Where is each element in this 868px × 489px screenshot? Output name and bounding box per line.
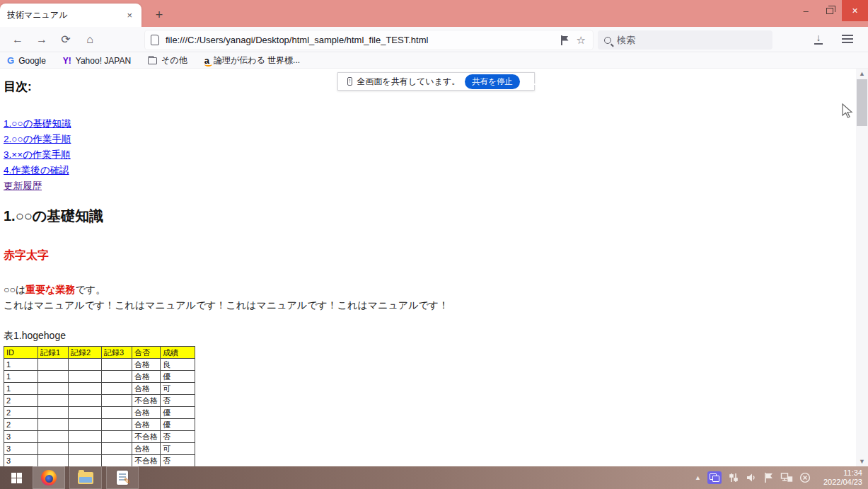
result-table: ID 記録1 記録2 記録3 合否 成績 1合格良 1合格優 1合格可 2不合格… — [4, 346, 195, 466]
taskbar-explorer-button[interactable] — [69, 466, 102, 489]
col-header: 記録1 — [38, 347, 69, 359]
red-bold-heading: 赤字太字 — [4, 248, 847, 263]
para-text: です。 — [76, 284, 106, 295]
restore-icon — [826, 8, 833, 14]
cell — [69, 443, 102, 455]
search-field[interactable]: 検索 — [598, 30, 772, 50]
notepad-icon — [117, 471, 128, 485]
table-caption: 表1.hogehoge — [4, 330, 847, 343]
cell — [102, 371, 132, 383]
tab-title: 技術マニュアル — [7, 9, 125, 21]
bookmark-yahoo-japan[interactable]: Y! Yahoo! JAPAN — [63, 56, 131, 66]
page-content: ↑ 全画面を共有しています。 共有を停止 目次: 1.○○の基礎知識 2.○○の… — [0, 69, 868, 466]
yahoo-icon: Y! — [63, 56, 71, 66]
search-icon — [604, 37, 611, 44]
browser-tab[interactable]: 技術マニュアル × — [0, 4, 141, 27]
downloads-icon[interactable]: ↓ — [812, 33, 825, 45]
toc-link-2[interactable]: 2.○○の作業手順 — [4, 132, 847, 147]
vertical-scrollbar[interactable]: ▲ ▼ — [856, 69, 868, 466]
bookmark-amazon-page[interactable]: a 論理が伝わる 世界標... — [204, 54, 300, 67]
bookmark-google[interactable]: G Google — [7, 55, 46, 66]
table-row: 1合格良 — [4, 359, 195, 371]
bookmark-star-icon[interactable]: ☆ — [577, 34, 586, 47]
address-bar[interactable]: file:///C:/Users/yanagi/Desktop/html_sam… — [145, 30, 593, 50]
taskbar: ▲ 11:34 2022/04/23 — [0, 466, 868, 489]
tab-close-icon[interactable]: × — [125, 10, 134, 21]
cell: 合格 — [132, 407, 161, 419]
scrollbar-thumb[interactable] — [857, 79, 867, 126]
url-text[interactable]: file:///C:/Users/yanagi/Desktop/html_sam… — [166, 35, 558, 45]
cell: 合格 — [132, 383, 161, 395]
cell: 合格 — [132, 419, 161, 431]
bookmark-folder-other[interactable]: その他 — [148, 54, 187, 67]
screen-share-banner: ↑ 全画面を共有しています。 共有を停止 — [337, 72, 535, 91]
page-icon — [151, 35, 159, 45]
taskbar-notepad-button[interactable] — [106, 466, 139, 489]
back-button[interactable]: ← — [8, 31, 27, 48]
settings-sliders-icon[interactable] — [728, 472, 739, 483]
reload-button[interactable]: ⟳ — [57, 31, 75, 48]
firefox-icon — [41, 470, 57, 485]
clock-time: 11:34 — [817, 468, 862, 478]
window-close-button[interactable]: × — [842, 0, 868, 21]
scroll-down-icon[interactable]: ▼ — [856, 456, 868, 466]
circle-x-tray-icon[interactable] — [799, 472, 811, 483]
toc-link-1[interactable]: 1.○○の基礎知識 — [4, 116, 847, 132]
home-button[interactable]: ⌂ — [81, 31, 99, 48]
taskbar-clock[interactable]: 11:34 2022/04/23 — [817, 468, 862, 487]
cell — [69, 455, 102, 467]
para-text-line2: これはマニュアルです！これはマニュアルです！これはマニュアルです！これはマニュア… — [4, 299, 449, 311]
table-row: 3合格可 — [4, 443, 195, 455]
screen-share-icon: ↑ — [347, 77, 352, 86]
cell — [102, 395, 132, 407]
table-header-row: ID 記録1 記録2 記録3 合否 成績 — [4, 347, 195, 359]
col-header: 合否 — [132, 347, 161, 359]
tab-strip: 技術マニュアル × + – × — [0, 0, 868, 27]
para-emphasis: 重要な業務 — [25, 284, 75, 295]
stop-sharing-button[interactable]: 共有を停止 — [465, 74, 520, 89]
toc-link-history[interactable]: 更新履歴 — [4, 178, 847, 194]
window-minimize-button[interactable]: – — [794, 0, 818, 21]
scroll-up-icon[interactable]: ▲ — [856, 69, 868, 79]
toc-link-3[interactable]: 3.××の作業手順 — [4, 147, 847, 163]
cell: 1 — [4, 371, 38, 383]
flag-permission-icon[interactable] — [561, 35, 569, 45]
show-hidden-icons-button[interactable]: ▲ — [695, 474, 701, 481]
forward-button[interactable]: → — [33, 31, 51, 48]
bookmarks-bar: G Google Y! Yahoo! JAPAN その他 a 論理が伝わる 世界… — [0, 53, 868, 69]
cell — [102, 443, 132, 455]
table-row: 2不合格否 — [4, 395, 195, 407]
cell — [102, 419, 132, 431]
window-restore-button[interactable] — [818, 0, 842, 21]
flag-tray-icon[interactable] — [763, 472, 774, 483]
table-row: 2合格優 — [4, 407, 195, 419]
taskbar-firefox-button[interactable] — [33, 466, 65, 489]
volume-icon[interactable] — [746, 472, 757, 483]
cell: 優 — [161, 407, 195, 419]
toc-link-4[interactable]: 4.作業後の確認 — [4, 163, 847, 178]
start-button[interactable] — [0, 466, 33, 489]
network-icon[interactable] — [780, 472, 793, 483]
cell: 否 — [161, 455, 195, 467]
clock-date: 2022/04/23 — [817, 478, 862, 487]
cell: 可 — [161, 383, 195, 395]
cell: 優 — [161, 371, 195, 383]
cell — [38, 359, 69, 371]
cell: 合格 — [132, 443, 161, 455]
cell: 良 — [161, 359, 195, 371]
cell: 否 — [161, 395, 195, 407]
screen-share-indicator-icon[interactable] — [707, 471, 722, 484]
cell: 2 — [4, 407, 38, 419]
search-placeholder: 検索 — [617, 34, 635, 47]
new-tab-button[interactable]: + — [150, 6, 168, 24]
bookmark-label: その他 — [161, 54, 187, 67]
windows-logo-icon — [11, 473, 22, 483]
manual-paragraph: ○○は重要な業務です。 これはマニュアルです！これはマニュアルです！これはマニュ… — [4, 282, 847, 313]
share-message: 全画面を共有しています。 — [357, 76, 461, 88]
col-header: 成績 — [161, 347, 195, 359]
cell — [38, 371, 69, 383]
cell: 不合格 — [132, 431, 161, 443]
table-row: 3不合格否 — [4, 455, 195, 467]
menu-icon[interactable] — [842, 35, 853, 45]
cell: 可 — [161, 443, 195, 455]
